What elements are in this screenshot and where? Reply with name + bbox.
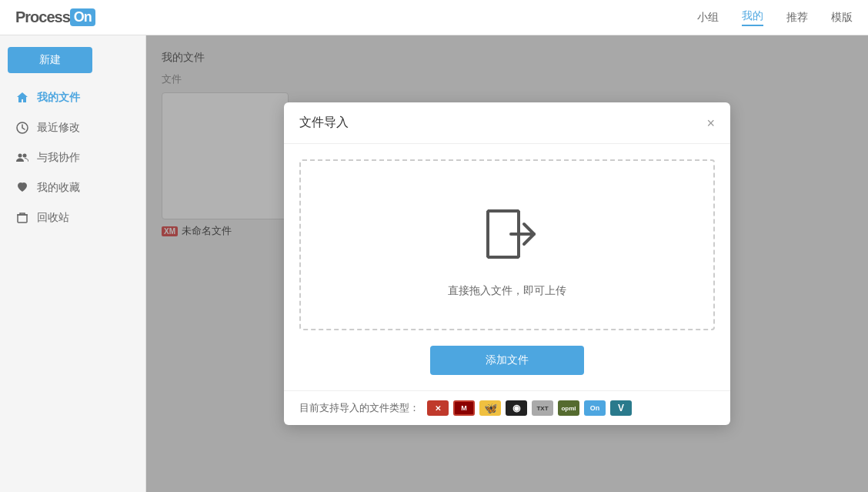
- users-icon: [15, 151, 29, 165]
- modal-title: 文件导入: [299, 115, 349, 131]
- modal-body: 直接拖入文件，即可上传 添加文件: [284, 144, 730, 390]
- sidebar-item-collaborate[interactable]: 与我协作: [8, 145, 138, 171]
- nav-recommend[interactable]: 推荐: [786, 11, 808, 25]
- svg-point-1: [18, 154, 22, 158]
- sidebar-label-my-files: 我的文件: [37, 91, 80, 105]
- sidebar-item-trash[interactable]: 回收站: [8, 205, 138, 231]
- sidebar: 新建 我的文件 最近修改 与我协作 我的收藏: [0, 35, 146, 492]
- import-icon: [476, 207, 538, 269]
- modal-overlay: 文件导入 ×: [146, 35, 868, 492]
- sidebar-label-recent: 最近修改: [37, 121, 80, 135]
- import-modal: 文件导入 ×: [284, 102, 730, 425]
- sidebar-label-collaborate: 与我协作: [37, 151, 80, 165]
- logo: ProcessOn: [15, 8, 95, 26]
- nav-links: 小组 我的 推荐 模版: [697, 9, 853, 26]
- svg-point-2: [23, 154, 27, 158]
- modal-footer: 目前支持导入的文件类型： ✕ M 🦋 ◉ TXT opml On V: [284, 390, 730, 425]
- drop-text: 直接拖入文件，即可上传: [448, 284, 566, 298]
- nav-mine[interactable]: 我的: [742, 9, 763, 26]
- ft-owly-icon: ◉: [506, 400, 527, 416]
- ft-v-icon: V: [610, 400, 632, 416]
- sidebar-item-favorites[interactable]: 我的收藏: [8, 175, 138, 201]
- ft-on-icon: On: [584, 400, 606, 416]
- drop-zone[interactable]: 直接拖入文件，即可上传: [299, 159, 715, 330]
- add-file-button[interactable]: 添加文件: [430, 346, 584, 375]
- logo-on-text: On: [70, 8, 95, 26]
- ft-xm-icon: ✕: [427, 400, 449, 416]
- sidebar-item-my-files[interactable]: 我的文件: [8, 85, 138, 111]
- ft-m-icon: M: [453, 400, 475, 416]
- file-type-icons: ✕ M 🦋 ◉ TXT opml On V: [427, 400, 632, 416]
- sidebar-item-recent[interactable]: 最近修改: [8, 115, 138, 141]
- ft-txt-icon: TXT: [532, 400, 553, 416]
- ft-opml-icon: opml: [558, 400, 579, 416]
- new-button[interactable]: 新建: [8, 47, 92, 73]
- header: ProcessOn 小组 我的 推荐 模版: [0, 0, 868, 35]
- ft-butterfly-icon: 🦋: [479, 400, 501, 416]
- nav-groups[interactable]: 小组: [697, 11, 719, 25]
- main-layout: 新建 我的文件 最近修改 与我协作 我的收藏: [0, 35, 868, 492]
- modal-header: 文件导入 ×: [284, 102, 730, 144]
- content-area: 我的文件 文件 XM 未命名文件 文件导入 ×: [146, 35, 868, 492]
- logo-process-text: Process: [15, 8, 70, 26]
- heart-icon: [15, 181, 29, 195]
- sidebar-label-favorites: 我的收藏: [37, 181, 80, 195]
- trash-icon: [15, 211, 29, 225]
- svg-rect-3: [18, 215, 27, 223]
- footer-label: 目前支持导入的文件类型：: [299, 401, 419, 415]
- clock-icon: [15, 121, 29, 135]
- modal-close-button[interactable]: ×: [706, 116, 715, 130]
- home-icon: [15, 91, 29, 105]
- nav-template[interactable]: 模版: [831, 11, 853, 25]
- sidebar-label-trash: 回收站: [37, 211, 69, 225]
